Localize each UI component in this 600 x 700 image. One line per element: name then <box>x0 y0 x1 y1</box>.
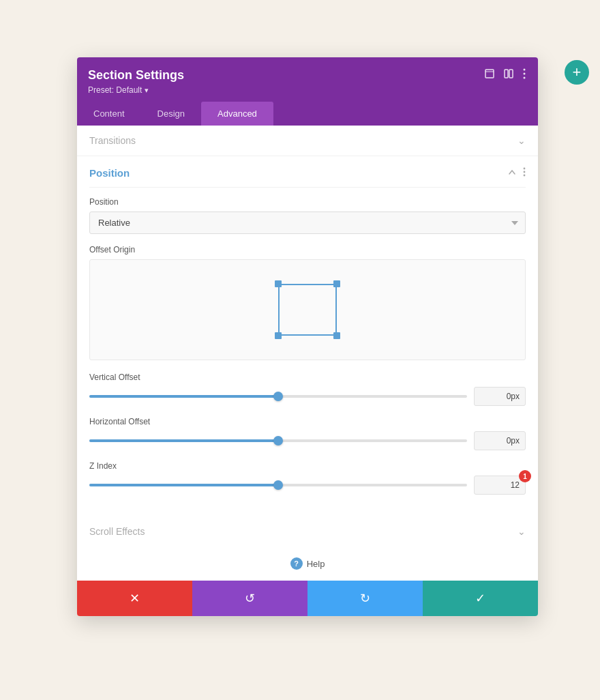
z-index-slider-fill <box>89 484 278 486</box>
position-section-header: Position <box>89 156 526 188</box>
horizontal-offset-label: Horizontal Offset <box>89 417 526 426</box>
save-button[interactable]: ✓ <box>423 581 538 616</box>
z-index-input[interactable] <box>474 476 526 495</box>
tab-content[interactable]: Content <box>77 102 141 126</box>
offset-origin-label: Offset Origin <box>89 245 526 254</box>
z-index-row: Z Index 1 <box>89 461 526 495</box>
scroll-effects-chevron-icon: ⌄ <box>518 526 526 537</box>
horizontal-offset-input[interactable] <box>474 431 526 450</box>
transitions-chevron-icon: ⌄ <box>518 135 526 146</box>
modal-body: Transitions ⌄ Position <box>77 126 538 581</box>
horizontal-offset-slider-track[interactable] <box>89 439 467 442</box>
svg-rect-0 <box>485 70 494 78</box>
horizontal-offset-slider-thumb[interactable] <box>273 436 283 446</box>
scroll-effects-label: Scroll Effects <box>89 526 145 537</box>
cancel-button[interactable]: ✕ <box>77 581 192 616</box>
z-index-slider-thumb[interactable] <box>273 480 283 490</box>
plus-icon: + <box>573 65 582 80</box>
help-text[interactable]: Help <box>307 559 325 569</box>
redo-icon: ↻ <box>360 591 370 606</box>
modal-title-row: Section Settings <box>88 67 527 83</box>
vertical-offset-slider-track[interactable] <box>89 395 467 398</box>
position-field: Position Relative Static Absolute Fixed <box>89 197 526 245</box>
page-background: + Section Settings <box>0 0 600 700</box>
chevron-up-icon <box>508 169 516 177</box>
undo-button[interactable]: ↺ <box>192 581 308 616</box>
modal-header: Section Settings <box>77 57 538 102</box>
position-section: Position <box>77 156 538 516</box>
z-index-label: Z Index <box>89 461 526 471</box>
vertical-offset-control <box>89 387 526 406</box>
fab-add-button[interactable]: + <box>565 60 589 85</box>
vertical-offset-label: Vertical Offset <box>89 373 526 382</box>
position-field-label: Position <box>89 197 526 207</box>
position-select[interactable]: Relative Static Absolute Fixed <box>89 212 526 234</box>
horizontal-offset-control <box>89 431 526 450</box>
svg-rect-2 <box>509 70 513 78</box>
modal-title: Section Settings <box>88 68 184 83</box>
vertical-offset-slider-thumb[interactable] <box>273 392 283 401</box>
horizontal-offset-slider-fill <box>89 439 278 442</box>
tab-advanced[interactable]: Advanced <box>201 102 273 126</box>
svg-point-8 <box>524 175 526 177</box>
more-options-icon-button[interactable] <box>522 67 527 83</box>
offset-origin-field: Offset Origin <box>89 245 526 360</box>
modal-tabs: Content Design Advanced <box>77 102 538 126</box>
z-index-input-wrapper: 1 <box>474 476 526 495</box>
action-bar: ✕ ↺ ↻ ✓ <box>77 581 538 616</box>
save-icon: ✓ <box>475 591 485 606</box>
svg-rect-1 <box>505 70 508 78</box>
section-settings-modal: Section Settings <box>77 57 538 616</box>
position-section-controls <box>508 167 526 179</box>
origin-grid-visual <box>270 276 345 344</box>
offset-origin-grid[interactable] <box>89 259 526 360</box>
z-index-slider-track[interactable] <box>89 484 467 486</box>
fullscreen-icon-button[interactable] <box>483 68 496 83</box>
vertical-offset-slider-fill <box>89 395 278 398</box>
z-index-control: 1 <box>89 476 526 495</box>
more-vertical-small-icon <box>523 167 526 177</box>
transitions-section-header[interactable]: Transitions ⌄ <box>77 126 538 156</box>
help-question-icon: ? <box>290 557 303 570</box>
handle-bottom-right <box>333 332 340 339</box>
tab-design[interactable]: Design <box>141 102 201 126</box>
position-section-title: Position <box>89 167 130 179</box>
handle-bottom-left <box>275 332 282 339</box>
undo-icon: ↺ <box>245 591 255 606</box>
help-row: ? Help <box>77 546 538 581</box>
redo-button[interactable]: ↻ <box>308 581 423 616</box>
vertical-offset-row: Vertical Offset <box>89 373 526 406</box>
split-icon <box>504 69 513 78</box>
cancel-icon: ✕ <box>130 591 140 606</box>
preset-selector[interactable]: Preset: Default <box>88 85 149 95</box>
fullscreen-icon <box>485 69 494 78</box>
transitions-label: Transitions <box>89 135 136 146</box>
svg-point-4 <box>524 73 526 75</box>
svg-point-6 <box>524 168 526 170</box>
header-icons <box>483 67 527 83</box>
svg-point-3 <box>524 69 526 71</box>
vertical-offset-input[interactable] <box>474 387 526 406</box>
more-vertical-icon <box>523 68 526 79</box>
origin-rect <box>278 284 337 336</box>
position-collapse-button[interactable] <box>508 167 516 179</box>
svg-point-7 <box>524 171 526 173</box>
z-index-badge: 1 <box>519 470 531 482</box>
svg-point-5 <box>524 77 526 79</box>
position-more-button[interactable] <box>523 167 526 179</box>
handle-top-right <box>333 280 340 287</box>
split-view-icon-button[interactable] <box>502 68 515 83</box>
horizontal-offset-row: Horizontal Offset <box>89 417 526 450</box>
scroll-effects-section-header[interactable]: Scroll Effects ⌄ <box>77 516 538 546</box>
